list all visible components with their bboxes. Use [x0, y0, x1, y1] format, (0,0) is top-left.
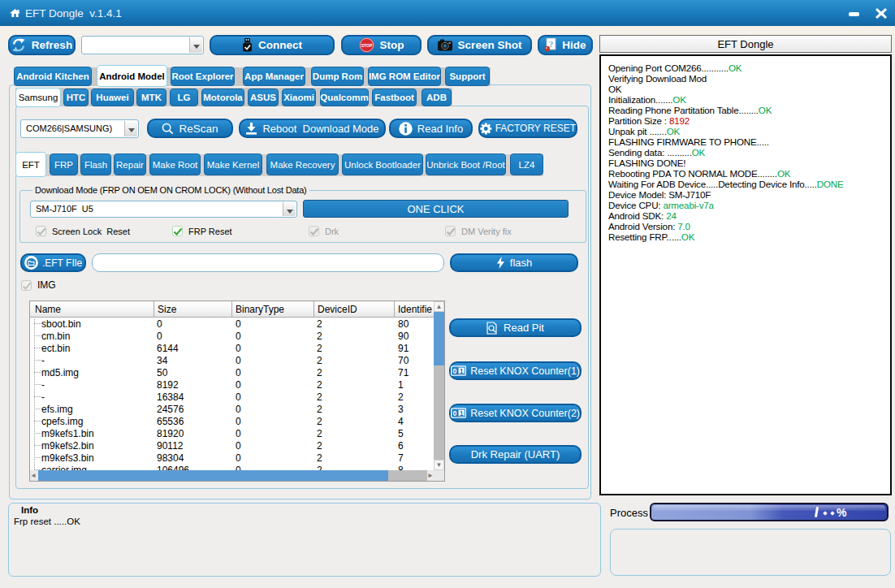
- svg-text:0: 0: [452, 409, 456, 417]
- svg-text:STOP: STOP: [361, 43, 372, 48]
- svg-text:0: 0: [452, 367, 456, 375]
- svg-text:?: ?: [549, 39, 554, 49]
- svg-text:1: 1: [460, 367, 464, 375]
- svg-text:1: 1: [460, 409, 464, 417]
